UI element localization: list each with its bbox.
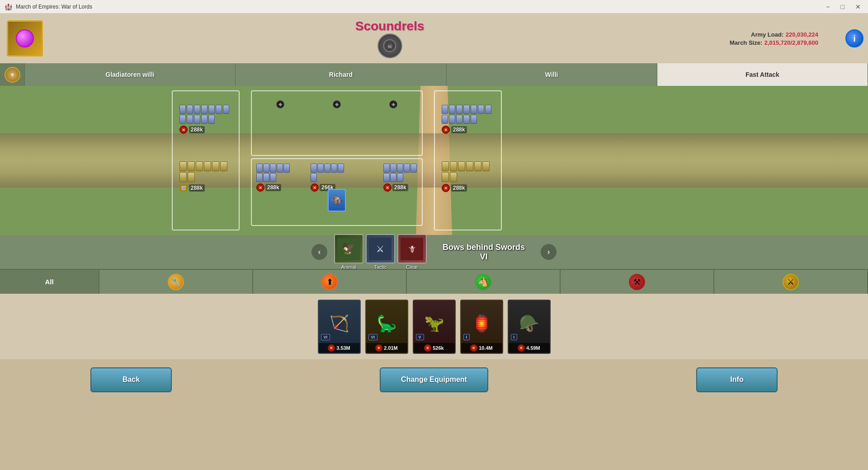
unit-count-val-4: 4.59M xyxy=(526,345,540,351)
unit-count-val-1: 2.01M xyxy=(384,345,398,351)
back-button[interactable]: Back xyxy=(90,367,172,392)
battle-area: ✕ 288k 🐺 288k xyxy=(0,86,868,235)
tab-emblem: ⚜ xyxy=(0,63,25,86)
filter-all[interactable]: All xyxy=(0,270,99,294)
unit-level-1: VI xyxy=(368,334,378,340)
minimize-button[interactable]: − xyxy=(823,2,832,11)
unit-count-val-2: 526k xyxy=(433,345,443,351)
infantry-unit xyxy=(463,115,470,124)
infantry-unit xyxy=(410,164,417,173)
formation-prev-arrow[interactable]: ‹ xyxy=(311,244,327,260)
formation-tactic[interactable]: ⚔ Tactic xyxy=(366,234,395,270)
filter-row: All 🔧 ⬆ 🐴 ⚒ ⚔ xyxy=(0,269,868,294)
infantry-unit xyxy=(449,115,455,124)
avatar-gem xyxy=(16,29,34,47)
unit-grid: 🏹 VI ✕ 3.53M 🦕 VI ✕ 2.01M 🦖 V ✕ 526k 🏮 I… xyxy=(0,294,868,359)
filter-up[interactable]: ⬆ xyxy=(253,270,407,294)
clear-formation-img: 🗡 xyxy=(397,234,427,263)
horse-filter-icon: 🐴 xyxy=(475,274,491,290)
infantry-unit xyxy=(383,173,390,182)
cavalry-unit xyxy=(204,161,211,171)
sword-icon-left: ✚ xyxy=(276,100,284,108)
maximize-button[interactable]: □ xyxy=(838,2,847,11)
cavalry-unit xyxy=(179,172,187,182)
tools-filter-icon: ⚒ xyxy=(629,274,645,290)
infantry-unit xyxy=(478,105,484,114)
tab-richard[interactable]: Richard xyxy=(236,63,446,86)
info-button-corner[interactable]: i xyxy=(845,29,863,47)
header: Scoundrels ☠ Army Load: 220,030,224 Marc… xyxy=(0,14,868,63)
army-load-label: Army Load: xyxy=(751,31,783,38)
player-avatar xyxy=(7,20,43,56)
formation-animal[interactable]: 🦅 Animal xyxy=(334,234,363,270)
close-button[interactable]: ✕ xyxy=(853,2,863,11)
infantry-unit xyxy=(256,173,263,182)
right-cavalry-count: 288k xyxy=(451,184,467,192)
emblem-circle: ⚜ xyxy=(5,67,20,83)
unit-card-4[interactable]: 🪖 I ✕ 4.59M xyxy=(508,300,551,354)
tactic-formation-img: ⚔ xyxy=(366,234,395,263)
change-equipment-button[interactable]: Change Equipment xyxy=(380,367,488,392)
cavalry-unit xyxy=(188,161,195,171)
skull-icon: ✕ xyxy=(442,184,450,192)
infantry-unit xyxy=(201,105,208,114)
unit-card-3[interactable]: 🏮 I ✕ 10.4M xyxy=(460,300,503,354)
tab-fast-attack[interactable]: Fast Attack xyxy=(657,63,868,86)
left-infantry-count: 288k xyxy=(189,126,205,133)
formation-bar: ‹ 🦅 Animal ⚔ Tactic xyxy=(0,235,868,269)
svg-text:⚔: ⚔ xyxy=(376,244,384,254)
clear-label: Clear xyxy=(406,264,418,270)
sword-filter-icon: ⚔ xyxy=(783,274,799,290)
app-icon: 🏰 xyxy=(5,3,12,10)
filter-horse[interactable]: 🐴 xyxy=(407,270,561,294)
info-button[interactable]: Info xyxy=(696,367,778,392)
unit-card-1[interactable]: 🦕 VI ✕ 2.01M xyxy=(365,300,408,354)
infantry-unit xyxy=(270,173,276,182)
left-infantry-group: ✕ 288k xyxy=(179,105,229,134)
formation-name: Bows behind Swords VI xyxy=(443,243,525,262)
battle-background: ✕ 288k 🐺 288k xyxy=(0,86,868,235)
center-bottom-section: ✕ 288k ✕ 266k xyxy=(251,158,423,226)
filter-attack[interactable]: 🔧 xyxy=(99,270,253,294)
unit-count-icon-0: ✕ xyxy=(328,344,335,352)
infantry-unit xyxy=(456,115,462,124)
unit-card-2[interactable]: 🦖 V ✕ 526k xyxy=(413,300,456,354)
wolf-icon: 🐺 xyxy=(179,184,188,192)
svg-text:🦅: 🦅 xyxy=(342,242,355,255)
tab-gladiatoren[interactable]: Gladiatoren willi xyxy=(25,63,236,86)
unit-level-2: V xyxy=(416,334,424,340)
infantry-unit xyxy=(179,115,186,124)
formation-clear[interactable]: 🗡 Clear xyxy=(397,234,427,270)
cavalry-unit xyxy=(220,161,227,171)
attack-filter-icon: 🔧 xyxy=(168,274,184,290)
right-cavalry-group: ✕ 288k xyxy=(442,161,491,192)
up-filter-icon: ⬆ xyxy=(321,274,338,290)
infantry-unit xyxy=(471,105,477,114)
formation-next-arrow[interactable]: › xyxy=(541,244,557,260)
unit-count-icon-1: ✕ xyxy=(375,344,382,352)
skull-icon: ✕ xyxy=(383,183,392,192)
svg-text:🗡: 🗡 xyxy=(407,244,416,254)
filter-sword-gold[interactable]: ⚔ xyxy=(714,270,868,294)
infantry-unit xyxy=(223,105,229,114)
infantry-unit xyxy=(194,105,200,114)
cavalry-unit xyxy=(466,161,473,171)
infantry-unit xyxy=(449,105,455,114)
cavalry-unit xyxy=(179,161,187,171)
unit-card-0[interactable]: 🏹 VI ✕ 3.53M xyxy=(318,300,361,354)
center-bottom-left-count: 288k xyxy=(265,184,281,191)
unit-count-icon-4: ✕ xyxy=(518,344,525,352)
bottom-bar: Back Change Equipment Info xyxy=(0,359,868,400)
infantry-unit xyxy=(270,164,276,173)
unit-count-bar-0: ✕ 3.53M xyxy=(319,343,360,353)
unit-level-0: VI xyxy=(321,334,330,340)
right-infantry-count: 288k xyxy=(451,126,467,133)
cavalry-unit xyxy=(474,161,481,171)
center-bottom-left-group: ✕ 288k xyxy=(256,164,290,192)
center-top-section: ✚ ✚ ✚ xyxy=(251,90,423,156)
title-bar: 🏰 March of Empires: War of Lords − □ ✕ xyxy=(0,0,868,14)
march-size-value: 2,015,720/2,879,600 xyxy=(764,39,818,46)
tab-willi[interactable]: Willi xyxy=(447,63,657,86)
cavalry-unit xyxy=(450,161,457,171)
filter-tools[interactable]: ⚒ xyxy=(561,270,714,294)
